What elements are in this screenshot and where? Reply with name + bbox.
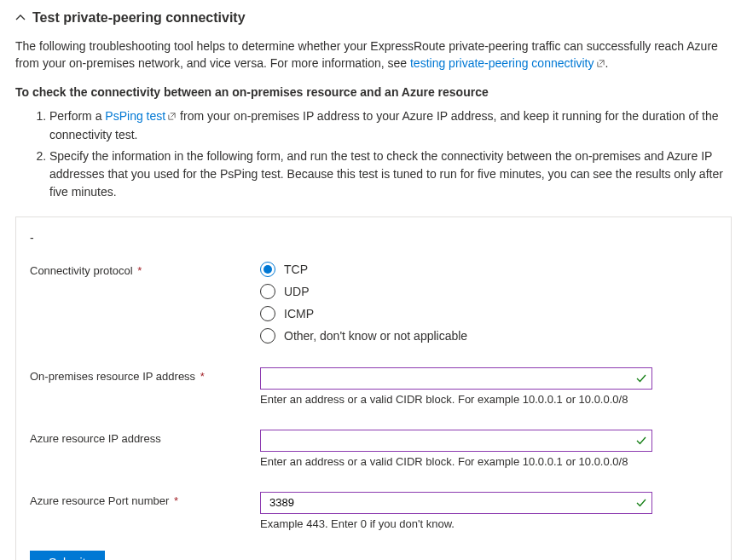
step-2: Specify the information in the following…: [49, 147, 732, 201]
form-panel: - Connectivity protocol * TCP UDP ICMP: [15, 216, 732, 560]
intro-text-before: The following troubleshooting tool helps…: [15, 39, 718, 70]
protocol-option-tcp[interactable]: TCP: [260, 262, 652, 277]
check-icon: [635, 372, 647, 384]
radio-icon: [260, 262, 275, 277]
external-link-icon: [596, 55, 605, 72]
intro-text-after: .: [605, 56, 609, 70]
page-title: Test private-peering connectivity: [32, 10, 246, 26]
intro-paragraph: The following troubleshooting tool helps…: [15, 38, 732, 73]
steps-list: Perform a PsPing test from your on-premi…: [49, 107, 732, 201]
onprem-ip-input[interactable]: [260, 367, 652, 390]
azure-ip-label: Azure resource IP address: [30, 430, 260, 445]
intro-link[interactable]: testing private-peering connectivity: [410, 56, 605, 70]
azure-ip-row: Azure resource IP address Enter an addre…: [30, 430, 717, 468]
check-icon: [635, 497, 647, 509]
azure-port-label: Azure resource Port number *: [30, 492, 260, 507]
radio-icon: [260, 328, 275, 344]
azure-port-hint: Example 443. Enter 0 if you don't know.: [260, 517, 652, 530]
section-header: Test private-peering connectivity: [15, 10, 732, 26]
protocol-option-udp[interactable]: UDP: [260, 284, 652, 299]
protocol-radio-group: TCP UDP ICMP Other, don't know or not ap…: [260, 262, 652, 344]
protocol-option-other[interactable]: Other, don't know or not applicable: [260, 328, 652, 344]
form-separator: -: [30, 231, 717, 245]
step-1: Perform a PsPing test from your on-premi…: [49, 107, 732, 144]
radio-label: TCP: [284, 263, 308, 276]
submit-button[interactable]: Submit: [30, 551, 105, 560]
radio-label: UDP: [284, 285, 310, 298]
check-icon: [635, 435, 647, 447]
external-link-icon: [167, 108, 177, 126]
azure-ip-hint: Enter an address or a valid CIDR block. …: [260, 455, 652, 468]
azure-port-input[interactable]: [260, 492, 652, 514]
onprem-ip-hint: Enter an address or a valid CIDR block. …: [260, 393, 652, 406]
psping-link[interactable]: PsPing test: [105, 109, 177, 123]
azure-port-row: Azure resource Port number * Example 443…: [30, 492, 717, 530]
protocol-option-icmp[interactable]: ICMP: [260, 306, 652, 321]
radio-icon: [260, 284, 275, 299]
azure-ip-input[interactable]: [260, 430, 652, 452]
subheading: To check the connectivity between an on-…: [15, 85, 732, 99]
protocol-row: Connectivity protocol * TCP UDP ICMP: [30, 262, 717, 344]
chevron-up-icon[interactable]: [15, 13, 26, 23]
onprem-ip-label: On-premises resource IP address *: [30, 367, 260, 383]
radio-label: ICMP: [284, 307, 314, 320]
radio-label: Other, don't know or not applicable: [284, 329, 467, 343]
radio-icon: [260, 306, 275, 321]
protocol-label: Connectivity protocol *: [30, 262, 260, 277]
onprem-ip-row: On-premises resource IP address * Enter …: [30, 367, 717, 406]
